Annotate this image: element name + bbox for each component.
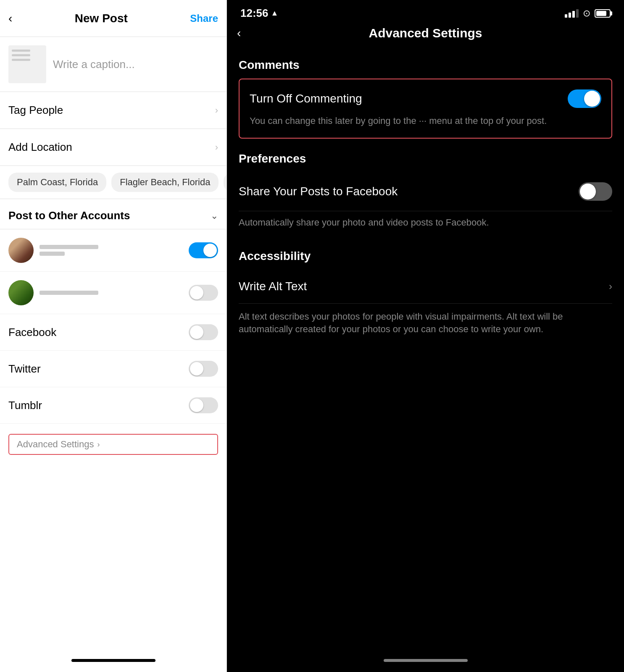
tumblr-toggle[interactable] <box>189 397 218 413</box>
accessibility-section-title: Accessibility <box>239 239 612 270</box>
signal-bar-3 <box>572 11 575 18</box>
share-to-facebook-toggle-circle <box>580 184 596 200</box>
account-left-1 <box>8 238 98 263</box>
share-to-facebook-toggle[interactable] <box>579 182 612 201</box>
write-alt-text-chevron-icon: › <box>609 281 612 292</box>
signal-bars-icon <box>565 9 579 18</box>
turn-off-commenting-toggle[interactable] <box>568 89 601 108</box>
location-tag-1[interactable]: Palm Coast, Florida <box>8 173 106 192</box>
turn-off-commenting-toggle-circle <box>584 91 600 107</box>
turn-off-commenting-desc: You can change this later by going to th… <box>250 115 601 128</box>
account-left-2 <box>8 280 98 305</box>
share-to-facebook-desc: Automatically share your photo and video… <box>239 211 612 239</box>
preferences-section-title: Preferences <box>239 142 612 172</box>
home-indicator-right <box>384 659 468 662</box>
advanced-settings-button[interactable]: Advanced Settings › <box>8 434 218 455</box>
turn-off-commenting-box: Turn Off Commenting You can change this … <box>239 79 612 139</box>
post-to-other-label: Post to Other Accounts <box>8 209 130 222</box>
left-header: ‹ New Post Share <box>0 0 226 37</box>
add-location-label: Add Location <box>8 141 72 154</box>
account-row-2 <box>0 272 226 314</box>
left-panel: ‹ New Post Share Write a caption... Tag … <box>0 0 227 672</box>
right-header: ‹ Advanced Settings <box>227 23 624 48</box>
tumblr-toggle-circle <box>190 399 203 412</box>
caption-input[interactable]: Write a caption... <box>53 58 135 71</box>
account-name-1 <box>39 245 98 256</box>
signal-bar-1 <box>565 14 567 18</box>
add-location-item[interactable]: Add Location › <box>0 129 226 166</box>
status-bar: 12:56 ▲ ⊙ <box>227 0 624 23</box>
thumbnail-line-1 <box>12 50 30 52</box>
post-to-other-section[interactable]: Post to Other Accounts ⌄ <box>0 199 226 229</box>
account-toggle-1[interactable] <box>189 242 218 258</box>
wifi-icon: ⊙ <box>583 8 590 19</box>
post-to-other-chevron-icon: ⌄ <box>211 210 218 221</box>
tag-people-chevron-icon: › <box>215 105 218 116</box>
name-line-2a <box>39 291 98 295</box>
share-to-facebook-label: Share Your Posts to Facebook <box>239 185 398 198</box>
avatar-2 <box>8 280 34 305</box>
post-thumbnail <box>8 45 46 83</box>
add-location-chevron-icon: › <box>215 142 218 153</box>
location-tag-2[interactable]: Flagler Beach, Florida <box>111 173 219 192</box>
turn-off-commenting-row: Turn Off Commenting <box>250 89 601 108</box>
turn-off-commenting-label: Turn Off Commenting <box>250 92 362 105</box>
home-indicator-left <box>71 659 155 662</box>
twitter-label: Twitter <box>8 362 41 375</box>
advanced-settings-label: Advanced Settings <box>17 439 94 450</box>
comments-section-title: Comments <box>239 48 612 79</box>
right-content: Comments Turn Off Commenting You can cha… <box>227 48 624 672</box>
write-alt-text-label: Write Alt Text <box>239 280 307 293</box>
location-arrow-icon: ▲ <box>271 9 279 18</box>
location-tags: Palm Coast, Florida Flagler Beach, Flori… <box>0 166 226 199</box>
account-toggle-2[interactable] <box>189 285 218 301</box>
thumbnail-line-2 <box>12 54 30 56</box>
tag-people-label: Tag People <box>8 104 63 117</box>
account-row-1 <box>0 229 226 272</box>
facebook-label: Facebook <box>8 326 56 339</box>
page-title: New Post <box>75 12 128 25</box>
toggle-circle-2 <box>190 286 203 299</box>
battery-fill <box>596 11 606 16</box>
location-tag-3[interactable]: Flagle <box>224 173 226 192</box>
status-icons: ⊙ <box>565 8 611 19</box>
account-name-2 <box>39 291 98 295</box>
write-alt-text-row[interactable]: Write Alt Text › <box>239 270 612 304</box>
signal-bar-4 <box>576 9 579 18</box>
right-panel: 12:56 ▲ ⊙ ‹ Advanced Settings Comments <box>227 0 624 672</box>
share-button[interactable]: Share <box>190 13 218 24</box>
name-line-1a <box>39 245 98 249</box>
facebook-toggle-circle <box>190 326 203 339</box>
twitter-toggle-circle <box>190 362 203 375</box>
facebook-row: Facebook <box>0 314 226 351</box>
right-page-title: Advanced Settings <box>369 26 482 40</box>
tumblr-row: Tumblr <box>0 387 226 424</box>
twitter-toggle[interactable] <box>189 361 218 377</box>
tag-people-item[interactable]: Tag People › <box>0 92 226 129</box>
signal-bar-2 <box>569 13 571 18</box>
tumblr-label: Tumblr <box>8 399 42 412</box>
status-time: 12:56 ▲ <box>240 7 278 20</box>
right-back-button[interactable]: ‹ <box>237 26 241 40</box>
toggle-circle-1 <box>203 244 217 257</box>
avatar-1 <box>8 238 34 263</box>
advanced-settings-chevron-icon: › <box>97 440 100 449</box>
caption-area: Write a caption... <box>0 37 226 92</box>
share-to-facebook-row: Share Your Posts to Facebook <box>239 172 612 211</box>
facebook-toggle[interactable] <box>189 324 218 340</box>
back-button[interactable]: ‹ <box>8 12 12 25</box>
twitter-row: Twitter <box>0 351 226 387</box>
battery-icon <box>595 9 611 18</box>
write-alt-text-desc: Alt text describes your photos for peopl… <box>239 304 612 343</box>
name-line-1b <box>39 252 65 256</box>
thumbnail-line-3 <box>12 59 30 61</box>
